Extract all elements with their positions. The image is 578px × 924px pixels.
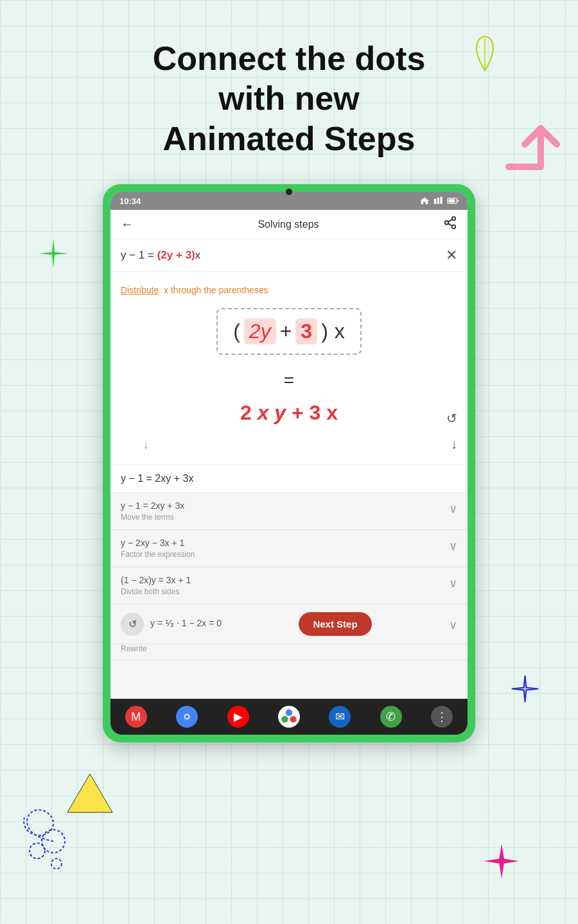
result-bar: y − 1 = 2xy + 3x xyxy=(110,465,468,493)
app-icon-launcher[interactable]: ⋮ xyxy=(431,706,453,728)
step-3-desc: Divide both sides xyxy=(121,587,191,596)
svg-line-15 xyxy=(448,219,452,222)
svg-point-11 xyxy=(452,217,456,221)
headline-line1: Connect the dots xyxy=(153,40,426,77)
step-2-eq: y − 2xy − 3x + 1 xyxy=(121,538,195,548)
step-item-2[interactable]: y − 2xy − 3x + 1 Factor the expression ∨ xyxy=(110,530,468,567)
step-item-1[interactable]: y − 1 = 2xy + 3x Move the terms ∨ xyxy=(110,493,468,530)
headline-line3: Animated Steps xyxy=(163,120,416,157)
step-2-desc: Factor the expression xyxy=(121,550,195,559)
app-icon-phone[interactable]: ✆ xyxy=(380,706,402,728)
chevron-last: ∨ xyxy=(449,618,457,632)
page-content: Connect the dots with new Animated Steps… xyxy=(0,0,578,924)
step-item-last: ↺ y = ⅓ ⋅ 1 − 2x = 0 Next Step ∨ xyxy=(110,604,468,644)
tablet-screen: 10:34 ← Solving steps xyxy=(110,192,468,735)
step-display: Distribute Distribute x through the pare… xyxy=(110,272,468,465)
status-icons xyxy=(419,196,459,205)
svg-point-19 xyxy=(286,709,292,715)
math-plus: + xyxy=(280,320,292,343)
svg-rect-6 xyxy=(437,198,439,204)
steps-list: y − 1 = 2xy + 3x Move the terms ∨ y − 2x… xyxy=(110,493,468,699)
tablet-wrapper: 10:34 ← Solving steps xyxy=(103,184,475,742)
chevron-2: ∨ xyxy=(449,539,457,553)
svg-rect-10 xyxy=(457,200,459,202)
top-nav: ← Solving steps xyxy=(110,210,468,239)
svg-line-14 xyxy=(448,224,452,227)
step-3-eq: (1 − 2x)y = 3x + 1 xyxy=(121,575,191,585)
step-item-last-row: ↺ y = ⅓ ⋅ 1 − 2x = 0 Next Step ∨ Rewrite xyxy=(110,604,468,660)
scroll-down-icon[interactable]: ↓ xyxy=(451,437,457,452)
app-icon-gmail[interactable]: M xyxy=(125,706,147,728)
math-3: 3 xyxy=(295,318,317,345)
svg-rect-9 xyxy=(448,200,455,203)
step-item-2-content: y − 2xy − 3x + 1 Factor the expression xyxy=(121,538,195,559)
tablet-device: 10:34 ← Solving steps xyxy=(103,184,475,742)
result-equation: y − 1 = 2xy + 3x xyxy=(121,473,193,484)
replay-icon[interactable]: ↺ xyxy=(446,411,457,426)
app-icon-photos[interactable] xyxy=(278,706,300,728)
math-2y: 2y xyxy=(244,318,276,345)
step-expression-box: ( 2y + 3 ) x xyxy=(216,308,362,355)
app-icon-youtube[interactable]: ▶ xyxy=(227,706,249,728)
svg-rect-5 xyxy=(434,199,436,204)
android-nav-bar: M ▶ ✉ ✆ ⋮ xyxy=(110,699,468,735)
step-item-3[interactable]: (1 − 2x)y = 3x + 1 Divide both sides ∨ xyxy=(110,567,468,604)
back-icon[interactable]: ← xyxy=(121,217,134,232)
equation-display: y − 1 = (2y + 3)x xyxy=(121,249,200,262)
nav-title: Solving steps xyxy=(258,219,319,230)
svg-rect-7 xyxy=(440,197,442,204)
distribute-word: Distribute xyxy=(121,285,159,295)
svg-point-18 xyxy=(185,715,189,719)
step-last-eq: y = ⅓ ⋅ 1 − 2x = 0 xyxy=(150,618,222,628)
math-x: x xyxy=(335,320,345,343)
step-item-1-content: y − 1 = 2xy + 3x Move the terms xyxy=(121,501,184,522)
headline-line2: with new xyxy=(218,80,360,117)
app-icon-chrome[interactable] xyxy=(176,706,198,728)
math-close-paren: ) xyxy=(321,320,328,343)
step-instruction: Distribute Distribute x through the pare… xyxy=(121,285,268,295)
step-last-desc: Rewrite xyxy=(110,644,468,660)
app-icon-messages[interactable]: ✉ xyxy=(329,706,351,728)
status-time: 10:34 xyxy=(119,196,141,206)
step-1-desc: Move the terms xyxy=(121,513,184,522)
close-icon[interactable]: ✕ xyxy=(446,247,457,264)
svg-point-21 xyxy=(281,716,288,723)
share-icon[interactable] xyxy=(443,216,457,233)
tablet-camera xyxy=(286,189,292,195)
equation-header: y − 1 = (2y + 3)x ✕ xyxy=(110,239,468,272)
step-last-left: ↺ y = ⅓ ⋅ 1 − 2x = 0 xyxy=(121,613,222,636)
svg-point-20 xyxy=(290,716,296,723)
chevron-3: ∨ xyxy=(449,576,457,590)
step-1-eq: y − 1 = 2xy + 3x xyxy=(121,501,184,511)
svg-point-12 xyxy=(445,221,449,225)
svg-point-13 xyxy=(452,225,456,229)
headline: Connect the dots with new Animated Steps xyxy=(153,38,426,158)
arrow-down-anim: ↓ xyxy=(143,437,149,452)
chevron-1: ∨ xyxy=(449,502,457,516)
step-item-3-content: (1 − 2x)y = 3x + 1 Divide both sides xyxy=(121,575,191,596)
math-result: 2 x y + 3 x xyxy=(240,401,338,425)
next-step-button[interactable]: Next Step xyxy=(299,612,371,636)
step-spinner: ↺ xyxy=(121,613,144,636)
math-open-paren: ( xyxy=(233,320,240,343)
equals-sign: = xyxy=(284,370,294,391)
